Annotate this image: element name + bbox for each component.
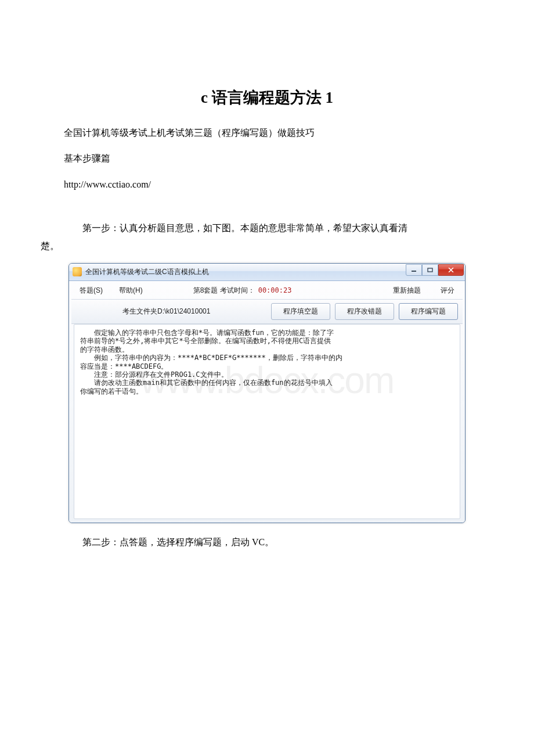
question-content-pane: www.bdocx.com 假定输入的字符串中只包含字母和*号。请编写函数fun… <box>74 324 460 519</box>
reference-url: http://www.cctiao.com/ <box>64 176 470 193</box>
menubar: 答题(S) 帮助(H) 第8套题 考试时间： 00:00:23 重新抽题 评分 <box>71 281 463 300</box>
menu-answer[interactable]: 答题(S) <box>80 286 103 296</box>
window-title: 全国计算机等级考试二级C语言模拟上机 <box>85 267 209 277</box>
doc-title: c 语言编程题方法 1 <box>64 87 470 108</box>
svg-rect-0 <box>412 271 416 272</box>
question-text: 假定输入的字符串中只包含字母和*号。请编写函数fun，它的功能是：除了字 符串前… <box>80 329 454 395</box>
menu-score[interactable]: 评分 <box>441 286 454 296</box>
window-titlebar[interactable]: 全国计算机等级考试二级C语言模拟上机 <box>69 264 465 281</box>
exam-info: 第8套题 考试时间： 00:00:23 <box>193 286 292 296</box>
intro-line-1: 全国计算机等级考试上机考试第三题（程序编写题）做题技巧 <box>64 124 470 142</box>
close-icon <box>448 268 454 272</box>
step-2-text: 第二步：点答题，选择程序编写题，启动 VC。 <box>64 534 470 551</box>
tab-write-program[interactable]: 程序编写题 <box>399 303 458 320</box>
toolbar: 考生文件夹D:\k01\24010001 程序填空题 程序改错题 程序编写题 <box>71 300 463 324</box>
tab-fix-error[interactable]: 程序改错题 <box>335 303 394 320</box>
menu-help[interactable]: 帮助(H) <box>119 286 143 296</box>
maximize-icon <box>427 268 433 272</box>
app-icon <box>73 267 82 276</box>
window-controls <box>406 264 464 276</box>
candidate-folder-path: 考生文件夹D:\k01\24010001 <box>76 303 266 320</box>
svg-rect-1 <box>428 268 432 272</box>
tab-fill-blank[interactable]: 程序填空题 <box>271 303 330 320</box>
step-1-text: 第一步：认真分析题目意思，如下图。本题的意思非常简单，希望大家认真看清 <box>64 219 470 237</box>
intro-line-2: 基本步骤篇 <box>64 150 470 167</box>
exam-timer: 00:00:23 <box>258 286 292 294</box>
minimize-icon <box>411 268 417 272</box>
close-button[interactable] <box>438 264 464 276</box>
exam-app-window: 全国计算机等级考试二级C语言模拟上机 答题(S) 帮助(H) 第8套题 考试时间… <box>68 263 466 523</box>
maximize-button[interactable] <box>422 264 438 276</box>
step-1-text-cont: 楚。 <box>41 237 470 255</box>
exam-set-label: 第8套题 考试时间： <box>193 286 255 296</box>
minimize-button[interactable] <box>406 264 422 276</box>
menu-redraw[interactable]: 重新抽题 <box>393 286 421 296</box>
